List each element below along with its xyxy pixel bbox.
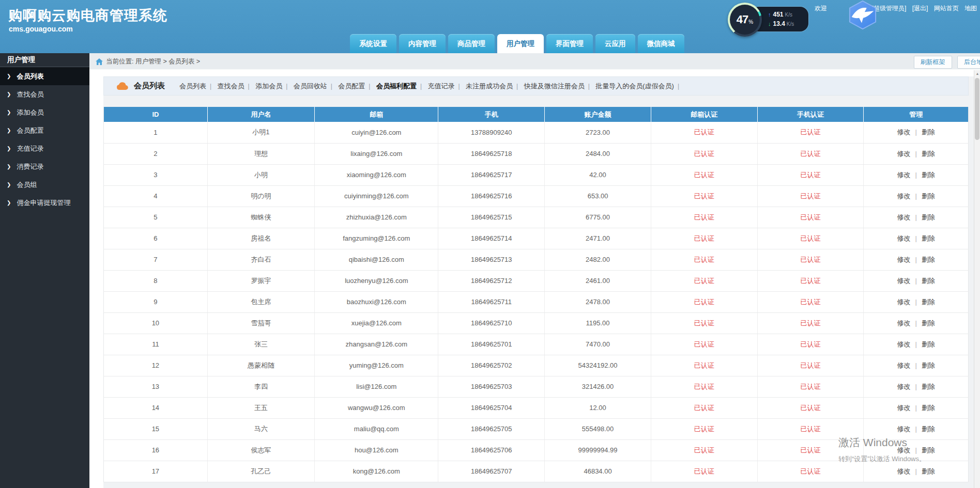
- table-row: 2 理想 lixaing@126.com 18649625718 2484.00…: [104, 143, 969, 164]
- cell-email: xiaoming@126.com: [315, 164, 438, 185]
- sidebar-item[interactable]: ❯ 会员配置: [0, 121, 89, 139]
- cell-email: hou@126.com: [315, 439, 438, 461]
- col-phone: 手机: [438, 107, 545, 122]
- cell-email: wangwu@126.com: [315, 397, 438, 418]
- delete-link[interactable]: 删除: [922, 256, 935, 263]
- delete-link[interactable]: 删除: [922, 446, 935, 454]
- delete-link[interactable]: 删除: [922, 171, 935, 179]
- col-username: 用户名: [207, 107, 314, 122]
- progress-gauge[interactable]: 47 %: [728, 3, 762, 37]
- delete-link[interactable]: 删除: [922, 319, 935, 327]
- phone-verified-badge: 已认证: [757, 207, 864, 228]
- scroll-up-icon[interactable]: ▲: [974, 70, 980, 77]
- edit-link[interactable]: 修改: [897, 446, 911, 454]
- submenu-link[interactable]: 会员配置: [338, 82, 365, 90]
- submenu-link[interactable]: 添加会员: [255, 82, 282, 90]
- delete-link[interactable]: 删除: [922, 467, 935, 475]
- delete-link[interactable]: 删除: [922, 192, 935, 200]
- site-map-link[interactable]: 地图: [964, 5, 977, 12]
- edit-link[interactable]: 修改: [897, 150, 911, 158]
- edit-link[interactable]: 修改: [897, 234, 911, 242]
- gauge-percent: 47: [737, 13, 748, 26]
- sidebar-item[interactable]: ❯ 佣金申请提现管理: [0, 194, 89, 212]
- thunder-bird-icon[interactable]: [847, 0, 879, 30]
- submenu-link[interactable]: 充值记录: [427, 82, 454, 90]
- main-tabs: 系统设置 内容管理 商品管理 用户管理 界面管理 云应用 微信商城: [350, 34, 687, 53]
- main-tab[interactable]: 界面管理: [546, 34, 593, 53]
- delete-link[interactable]: 删除: [922, 234, 935, 242]
- delete-link[interactable]: 删除: [922, 361, 935, 369]
- email-verified-badge: 已认证: [651, 334, 757, 355]
- scrollbar-thumb[interactable]: [975, 78, 979, 140]
- delete-link[interactable]: 删除: [922, 383, 935, 390]
- site-home-link[interactable]: 网站首页: [934, 5, 959, 12]
- edit-link[interactable]: 修改: [897, 467, 911, 475]
- main-tab-label: 微信商城: [647, 40, 675, 48]
- cell-phone: 18649625711: [438, 291, 545, 312]
- main-tab[interactable]: 系统设置: [350, 34, 396, 53]
- submenu-bar: 会员列表 会员列表| 查找会员| 添加会员| 会员回收站| 会员配置| 会员福利…: [103, 76, 969, 96]
- submenu-link[interactable]: 查找会员: [218, 82, 244, 90]
- edit-link[interactable]: 修改: [897, 192, 911, 200]
- delete-link[interactable]: 删除: [922, 150, 935, 158]
- main-tab[interactable]: 用户管理: [497, 34, 544, 53]
- submenu-link[interactable]: 快捷及微信注册会员: [524, 82, 585, 90]
- edit-link[interactable]: 修改: [897, 319, 911, 327]
- delete-link[interactable]: 删除: [922, 298, 935, 306]
- edit-link[interactable]: 修改: [897, 340, 911, 348]
- edit-link[interactable]: 修改: [897, 256, 911, 263]
- edit-link[interactable]: 修改: [897, 298, 911, 306]
- delete-link[interactable]: 删除: [922, 404, 935, 412]
- submenu-link[interactable]: 批量导入的会员(虚假会员): [595, 82, 674, 90]
- main-tab-label: 云应用: [605, 40, 626, 48]
- edit-link[interactable]: 修改: [897, 128, 911, 136]
- main-tab[interactable]: 内容管理: [399, 34, 446, 53]
- chevron-right-icon: ❯: [7, 85, 11, 103]
- delete-link[interactable]: 删除: [922, 213, 935, 221]
- vertical-scrollbar[interactable]: ▲: [974, 70, 980, 488]
- cell-balance: 42.00: [545, 164, 651, 185]
- edit-link[interactable]: 修改: [897, 425, 911, 433]
- logout-link[interactable]: [退出]: [912, 5, 928, 12]
- backend-map-button[interactable]: 后台地图: [957, 56, 980, 69]
- main-tab[interactable]: 云应用: [595, 34, 635, 53]
- welcome-strip: 欢迎min [超级管理员] [退出] 网站首页 地图: [810, 4, 977, 13]
- cell-email: cuiyin@126.com: [315, 122, 438, 143]
- sidebar-item-label: 添加会员: [17, 103, 43, 121]
- main-tab[interactable]: 商品管理: [448, 34, 495, 53]
- cell-email: kong@126.com: [315, 461, 438, 482]
- submenu-link[interactable]: 会员福利配置: [376, 82, 417, 90]
- edit-link[interactable]: 修改: [897, 171, 911, 179]
- sidebar-item-label: 充值记录: [17, 139, 43, 158]
- delete-link[interactable]: 删除: [922, 128, 935, 136]
- edit-link[interactable]: 修改: [897, 277, 911, 285]
- download-speed: 13.4: [773, 20, 785, 27]
- refresh-frame-button[interactable]: 刷新框架: [914, 56, 952, 69]
- submenu-link[interactable]: 会员列表: [179, 82, 206, 90]
- gauge-percent-sign: %: [748, 19, 753, 25]
- delete-link[interactable]: 删除: [922, 277, 935, 285]
- cell-email: lixaing@126.com: [315, 143, 438, 164]
- cell-username: 雪茄哥: [207, 312, 314, 334]
- sidebar-item[interactable]: ❯ 添加会员: [0, 103, 89, 121]
- delete-link[interactable]: 删除: [922, 340, 935, 348]
- submenu-link[interactable]: 未注册成功会员: [466, 82, 513, 90]
- sidebar-item[interactable]: ❯ 消费记录: [0, 158, 89, 176]
- sidebar-item[interactable]: ❯ 会员列表: [0, 67, 89, 85]
- email-verified-badge: 已认证: [651, 291, 757, 312]
- cell-email: yuming@126.com: [315, 355, 438, 376]
- edit-link[interactable]: 修改: [897, 383, 911, 390]
- main-tab[interactable]: 微信商城: [638, 34, 684, 53]
- submenu-link[interactable]: 会员回收站: [294, 82, 327, 90]
- sidebar-menu: ❯ 会员列表 ❯ 查找会员 ❯ 添加会员 ❯ 会员配置 ❯ 充值记录: [0, 67, 89, 212]
- email-verified-badge: 已认证: [651, 228, 757, 249]
- edit-link[interactable]: 修改: [897, 404, 911, 412]
- edit-link[interactable]: 修改: [897, 213, 911, 221]
- sidebar-item[interactable]: ❯ 充值记录: [0, 139, 89, 158]
- col-balance: 账户金额: [545, 107, 651, 122]
- sidebar-item[interactable]: ❯ 查找会员: [0, 85, 89, 103]
- edit-link[interactable]: 修改: [897, 361, 911, 369]
- sidebar-item[interactable]: ❯ 会员组: [0, 176, 89, 194]
- cell-manage: 修改|删除: [864, 249, 969, 270]
- delete-link[interactable]: 删除: [922, 425, 935, 433]
